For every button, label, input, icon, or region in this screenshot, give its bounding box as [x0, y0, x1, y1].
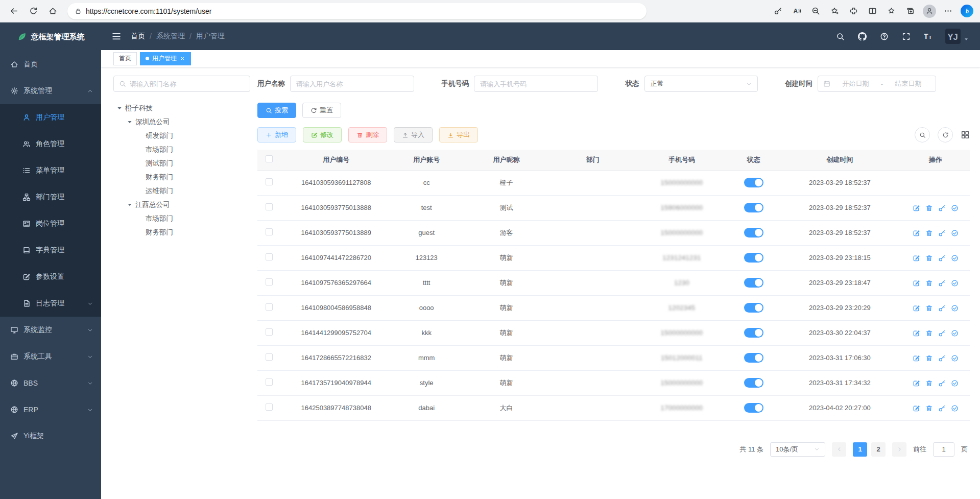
select-all-checkbox[interactable] [266, 155, 273, 162]
next-page-button[interactable] [892, 442, 906, 457]
assign-role-button[interactable] [951, 379, 959, 387]
prev-page-button[interactable] [832, 442, 846, 457]
delete-row-button[interactable] [925, 329, 933, 337]
breadcrumb-item-1[interactable]: 系统管理 [156, 32, 185, 41]
tree-node-3[interactable]: 市场部门 [113, 142, 250, 156]
sidebar-item-erp[interactable]: ERP [0, 396, 101, 423]
sidebar-item-dept[interactable]: 部门管理 [0, 184, 101, 210]
reset-button[interactable]: 重置 [302, 103, 341, 118]
reset-password-button[interactable] [938, 354, 946, 362]
reset-password-button[interactable] [938, 229, 946, 237]
row-checkbox[interactable] [266, 353, 273, 361]
row-checkbox[interactable] [266, 303, 273, 311]
sidebar-item-menu[interactable]: 菜单管理 [0, 157, 101, 184]
sidebar-item-monitor[interactable]: 系统监控 [0, 317, 101, 343]
sidebar-item-post[interactable]: 岗位管理 [0, 210, 101, 237]
app-logo[interactable]: 意框架管理系统 [0, 22, 101, 51]
sidebar-item-user[interactable]: 用户管理 [0, 104, 101, 131]
department-search-input[interactable] [130, 80, 245, 88]
tab-1[interactable]: 用户管理 [140, 52, 191, 65]
page-button-1[interactable]: 1 [853, 442, 867, 457]
user-avatar[interactable]: YJ [945, 29, 969, 44]
sidebar-item-dict[interactable]: 字典管理 [0, 237, 101, 264]
reset-password-button[interactable] [938, 405, 946, 412]
date-range-picker[interactable]: 开始日期 - 结束日期 [818, 76, 936, 92]
export-button[interactable]: 导出 [439, 127, 478, 142]
page-size-select[interactable]: 10条/页 [770, 442, 825, 457]
page-button-2[interactable]: 2 [871, 442, 886, 457]
goto-page-input[interactable] [933, 442, 954, 457]
refresh-table-button[interactable] [938, 127, 953, 142]
column-settings-icon[interactable] [961, 130, 970, 139]
reset-password-button[interactable] [938, 379, 946, 387]
status-toggle[interactable] [744, 203, 763, 212]
tree-node-4[interactable]: 测试部门 [113, 156, 250, 170]
collections-icon[interactable] [902, 3, 918, 20]
caret-down-icon[interactable] [127, 202, 133, 208]
edit-row-button[interactable] [913, 254, 920, 262]
tree-node-0[interactable]: 橙子科技 [113, 101, 250, 115]
status-toggle[interactable] [744, 178, 763, 187]
assign-role-button[interactable] [951, 405, 959, 412]
assign-role-button[interactable] [951, 304, 959, 312]
delete-row-button[interactable] [925, 304, 933, 312]
tree-node-5[interactable]: 财务部门 [113, 170, 250, 184]
sidebar-toggle-button[interactable] [111, 31, 122, 41]
edit-row-button[interactable] [913, 204, 920, 212]
help-icon[interactable] [879, 32, 889, 41]
assign-role-button[interactable] [951, 204, 959, 212]
row-checkbox[interactable] [266, 228, 273, 235]
status-toggle[interactable] [744, 303, 763, 313]
status-toggle[interactable] [744, 228, 763, 237]
status-toggle[interactable] [744, 253, 763, 263]
reset-password-button[interactable] [938, 304, 946, 312]
toggle-search-button[interactable] [915, 127, 930, 142]
add-button[interactable]: 新增 [257, 127, 296, 142]
tree-node-8[interactable]: 市场部门 [113, 211, 250, 225]
sidebar-item-role[interactable]: 角色管理 [0, 131, 101, 157]
row-checkbox[interactable] [266, 178, 273, 185]
browser-home-button[interactable] [44, 3, 61, 20]
sidebar-item-system[interactable]: 系统管理 [0, 78, 101, 104]
edit-row-button[interactable] [913, 405, 920, 412]
status-toggle[interactable] [744, 278, 763, 288]
fullscreen-icon[interactable] [901, 32, 911, 41]
tree-node-7[interactable]: 江西总公司 [113, 198, 250, 211]
row-checkbox[interactable] [266, 203, 273, 210]
split-screen-icon[interactable] [865, 3, 880, 20]
edit-row-button[interactable] [913, 229, 920, 237]
delete-row-button[interactable] [925, 405, 933, 412]
tree-node-9[interactable]: 财务部门 [113, 225, 250, 239]
status-select[interactable]: 正常 [644, 76, 758, 92]
status-toggle[interactable] [744, 353, 763, 363]
edit-row-button[interactable] [913, 329, 920, 337]
assign-role-button[interactable] [951, 354, 959, 362]
assign-role-button[interactable] [951, 254, 959, 262]
add-favorite-icon[interactable] [827, 3, 843, 20]
edit-row-button[interactable] [913, 354, 920, 362]
edit-row-button[interactable] [913, 304, 920, 312]
status-toggle[interactable] [744, 328, 763, 338]
browser-refresh-button[interactable] [25, 3, 42, 20]
delete-button[interactable]: 删除 [348, 127, 387, 142]
import-button[interactable]: 导入 [394, 127, 433, 142]
tree-node-2[interactable]: 研发部门 [113, 129, 250, 142]
edit-button[interactable]: 修改 [303, 127, 342, 142]
favorites-icon[interactable] [883, 3, 899, 20]
reset-password-button[interactable] [938, 254, 946, 262]
extensions-icon[interactable] [846, 3, 862, 20]
reset-password-button[interactable] [938, 329, 946, 337]
phone-input[interactable] [474, 76, 598, 92]
username-input[interactable] [290, 76, 414, 92]
tree-node-1[interactable]: 深圳总公司 [113, 115, 250, 129]
zoom-out-icon[interactable] [808, 3, 824, 20]
reset-password-button[interactable] [938, 204, 946, 212]
font-size-icon[interactable]: TT [923, 32, 933, 41]
sidebar-item-home[interactable]: 首页 [0, 51, 101, 78]
password-key-icon[interactable] [770, 3, 786, 20]
delete-row-button[interactable] [925, 354, 933, 362]
header-search-icon[interactable] [835, 32, 845, 41]
delete-row-button[interactable] [925, 229, 933, 237]
delete-row-button[interactable] [925, 254, 933, 262]
browser-menu-icon[interactable] [940, 3, 956, 20]
